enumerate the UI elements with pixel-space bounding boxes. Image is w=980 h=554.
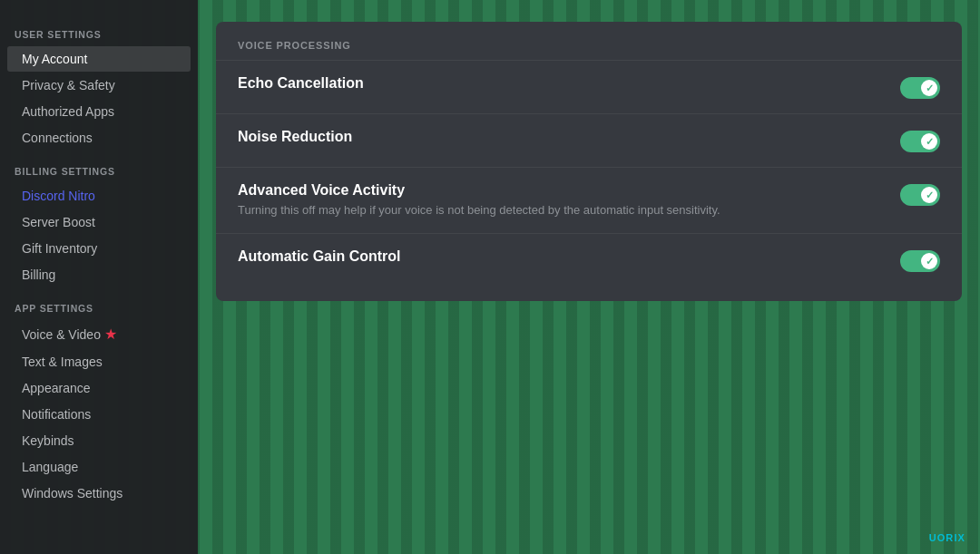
sidebar-item-billing[interactable]: Billing xyxy=(7,262,191,287)
star-icon: ★ xyxy=(104,326,117,343)
noise-reduction-check-icon: ✓ xyxy=(926,136,934,148)
automatic-gain-control-toggle-knob: ✓ xyxy=(921,253,937,269)
watermark-suffix: RIX xyxy=(946,532,965,543)
watermark: UΟRIX xyxy=(929,532,965,543)
sidebar-item-connections[interactable]: Connections xyxy=(7,125,191,151)
echo-cancellation-toggle-knob: ✓ xyxy=(921,80,937,96)
connections-label: Connections xyxy=(22,131,93,145)
sidebar-item-server-boost[interactable]: Server Boost xyxy=(7,209,191,235)
advanced-voice-activity-check-icon: ✓ xyxy=(926,190,934,201)
privacy-safety-label: Privacy & Safety xyxy=(22,78,115,92)
noise-reduction-row: Noise Reduction ✓ xyxy=(216,113,962,167)
automatic-gain-control-toggle[interactable]: ✓ xyxy=(900,250,940,272)
billing-label: Billing xyxy=(22,267,55,282)
voice-video-label: Voice & Video xyxy=(22,327,101,342)
sidebar-item-my-account[interactable]: My Account xyxy=(7,46,191,72)
echo-cancellation-toggle-wrapper: ✓ xyxy=(900,77,940,99)
noise-reduction-toggle-knob: ✓ xyxy=(921,133,937,150)
noise-reduction-info: Noise Reduction xyxy=(238,129,900,149)
server-boost-label: Server Boost xyxy=(22,215,95,229)
sidebar-item-windows-settings[interactable]: Windows Settings xyxy=(7,481,191,506)
discord-nitro-label: Discord Nitro xyxy=(22,189,95,203)
automatic-gain-control-row: Automatic Gain Control ✓ xyxy=(216,233,962,287)
automatic-gain-control-toggle-wrapper: ✓ xyxy=(900,250,940,272)
settings-panel: VOICE PROCESSING Echo Cancellation ✓ Noi… xyxy=(216,22,962,301)
sidebar-item-appearance[interactable]: Appearance xyxy=(7,375,191,401)
echo-cancellation-title: Echo Cancellation xyxy=(238,75,882,92)
app-settings-header: APP SETTINGS xyxy=(0,288,198,319)
advanced-voice-activity-row: Advanced Voice Activity Turning this off… xyxy=(216,167,962,233)
noise-reduction-toggle-wrapper: ✓ xyxy=(900,131,940,152)
advanced-voice-activity-info: Advanced Voice Activity Turning this off… xyxy=(238,182,900,219)
automatic-gain-control-title: Automatic Gain Control xyxy=(238,248,882,265)
automatic-gain-control-info: Automatic Gain Control xyxy=(238,248,900,268)
sidebar-item-notifications[interactable]: Notifications xyxy=(7,402,191,427)
advanced-voice-activity-title: Advanced Voice Activity xyxy=(238,182,882,199)
gift-inventory-label: Gift Inventory xyxy=(22,241,97,256)
windows-settings-label: Windows Settings xyxy=(22,486,122,501)
sidebar-item-keybinds[interactable]: Keybinds xyxy=(7,428,191,453)
sidebar-item-voice-video[interactable]: Voice & Video ★ xyxy=(7,320,191,348)
watermark-highlight: Ο xyxy=(937,532,946,543)
user-settings-header: USER SETTINGS xyxy=(0,15,198,45)
sidebar-item-discord-nitro[interactable]: Discord Nitro xyxy=(7,183,191,209)
authorized-apps-label: Authorized Apps xyxy=(22,104,114,119)
sidebar: USER SETTINGS My Account Privacy & Safet… xyxy=(0,0,198,554)
billing-settings-header: BILLING SETTINGS xyxy=(0,151,198,182)
sidebar-item-language[interactable]: Language xyxy=(7,454,191,480)
sidebar-item-privacy-safety[interactable]: Privacy & Safety xyxy=(7,73,191,98)
echo-cancellation-info: Echo Cancellation xyxy=(238,75,900,95)
appearance-label: Appearance xyxy=(22,381,91,395)
noise-reduction-title: Noise Reduction xyxy=(238,129,882,145)
language-label: Language xyxy=(22,460,78,474)
noise-reduction-toggle[interactable]: ✓ xyxy=(900,131,940,152)
main-content: VOICE PROCESSING Echo Cancellation ✓ Noi… xyxy=(198,0,980,554)
sidebar-item-gift-inventory[interactable]: Gift Inventory xyxy=(7,236,191,261)
echo-cancellation-check-icon: ✓ xyxy=(926,83,934,94)
voice-processing-section-label: VOICE PROCESSING xyxy=(216,22,962,60)
advanced-voice-activity-toggle-wrapper: ✓ xyxy=(900,184,940,206)
echo-cancellation-toggle[interactable]: ✓ xyxy=(900,77,940,99)
automatic-gain-control-check-icon: ✓ xyxy=(926,256,934,267)
sidebar-item-authorized-apps[interactable]: Authorized Apps xyxy=(7,99,191,124)
echo-cancellation-row: Echo Cancellation ✓ xyxy=(216,60,962,113)
advanced-voice-activity-toggle[interactable]: ✓ xyxy=(900,184,940,206)
sidebar-item-text-images[interactable]: Text & Images xyxy=(7,349,191,374)
text-images-label: Text & Images xyxy=(22,355,103,369)
keybinds-label: Keybinds xyxy=(22,433,74,448)
my-account-label: My Account xyxy=(22,52,87,66)
advanced-voice-activity-toggle-knob: ✓ xyxy=(921,187,937,203)
watermark-prefix: U xyxy=(929,532,937,543)
notifications-label: Notifications xyxy=(22,407,91,422)
advanced-voice-activity-description: Turning this off may help if your voice … xyxy=(238,202,882,219)
